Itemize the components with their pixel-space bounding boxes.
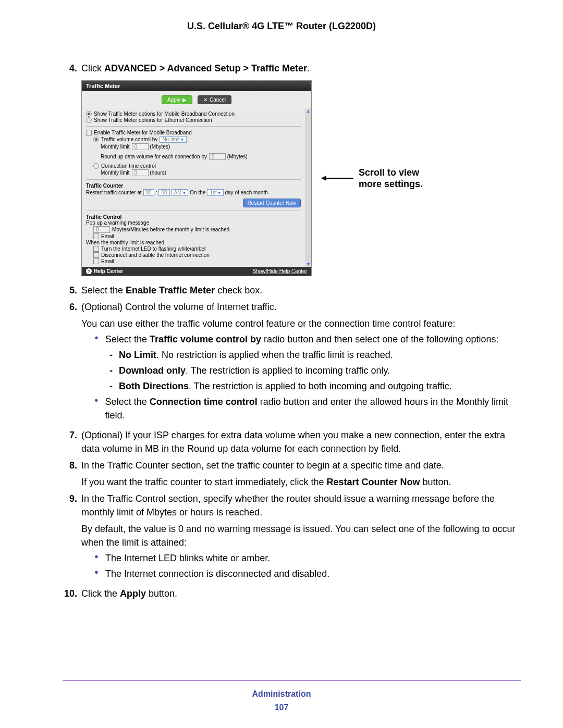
popup-warning-label: Pop up a warning message [86,220,301,226]
radio-mobile-broadband-label: Show Traffic Meter options for Mobile Br… [94,111,235,117]
footer-page-number: 107 [0,703,563,712]
dash-1: No Limit. No restriction is applied when… [119,348,393,362]
when-limit-label: When the monthly limit is reached [86,240,301,245]
monthly-limit-input[interactable]: 0 [132,143,149,150]
step-6-number: 6. [63,300,77,314]
help-center-label: Help Center [94,268,123,274]
bullet-icon: • [92,551,101,562]
step-9-number: 9. [63,492,77,505]
step-8-desc: If you want the traffic counter to start… [81,475,521,489]
scrollbar[interactable]: ▴ ▾ [305,108,311,267]
step-4-number: 4. [63,61,77,75]
radio-mobile-broadband[interactable] [86,111,92,117]
step-5-number: 5. [63,283,77,297]
roundup-input[interactable]: 0 [209,153,226,160]
onthe-label: On the [190,190,205,195]
monthly-limit-hours-input[interactable]: 0 [132,169,149,176]
restart-day-select[interactable]: 1st [207,189,223,196]
dash-icon: - [107,379,115,393]
step-6-text: (Optional) Control the volume of Interne… [81,300,521,314]
mbytes-label-2: (Mbytes) [227,154,248,159]
restart-min-input[interactable]: 00 [158,189,169,196]
restart-hour-input[interactable]: 00 [143,189,154,196]
led-flash-label: Turn the Internet LED to flashing white/… [101,246,206,252]
bullet-2: Select the Connection time control radio… [105,395,521,422]
bullet-icon: • [92,567,101,577]
show-hide-help-link[interactable]: Show/Hide Help Center [253,268,308,274]
router-screenshot: Traffic Meter Apply▶ ✕Cancel Show Traffi… [81,80,521,276]
step-10-text: Click the Apply button. [81,587,521,600]
scroll-up-icon[interactable]: ▴ [307,108,310,114]
popup-value-input[interactable]: 0 [93,226,110,233]
hours-label: (hours) [150,170,166,176]
traffic-control-header: Traffic Control [86,214,301,220]
traffic-counter-header: Traffic Counter [86,183,301,189]
radio-volume-control[interactable] [93,137,99,142]
enable-traffic-meter-label: Enable Traffic Meter for Mobile Broadban… [94,130,192,135]
restart-counter-button[interactable]: Restart Counter Now [243,199,301,207]
bullet-9a: The Internet LED blinks white or amber. [105,551,270,565]
radio-ethernet[interactable] [86,117,92,123]
play-icon: ▶ [182,97,187,103]
disconnect-checkbox[interactable] [93,252,99,258]
email-warning-label: Email [101,233,114,239]
step-6-desc: You can use either the traffic volume co… [81,317,521,330]
step-9-text: In the Traffic Control section, specify … [81,492,521,519]
step-4-text: Click ADVANCED > Advanced Setup > Traffi… [81,61,521,75]
step-10-number: 10. [63,587,77,600]
disconnect-label: Disconnect and disable the Internet conn… [101,252,210,258]
callout-text: Scroll to view more settings. [359,167,442,190]
bullet-icon: • [92,395,101,405]
close-icon: ✕ [203,97,207,103]
page-title: U.S. Cellular® 4G LTE™ Router (LG2200D) [0,21,563,32]
apply-button[interactable]: Apply▶ [162,95,192,104]
step-9-desc: By default, the value is 0 and no warnin… [81,522,521,549]
step-7-number: 7. [63,428,77,442]
radio-ethernet-label: Show Traffic Meter options for Ethernet … [94,117,212,123]
footer-rule [63,680,521,681]
restart-label: Restart traffic counter at [86,190,142,195]
bullet-9b: The Internet connection is disconnected … [105,567,329,581]
step-5-text: Select the Enable Traffic Meter check bo… [81,283,521,297]
led-flash-checkbox[interactable] [93,246,99,252]
dash-3: Both Directions. The restriction is appl… [119,379,452,393]
popup-before-label: Mbytes/Minutes before the monthly limit … [112,227,229,232]
dash-icon: - [107,364,115,377]
dayof-label: day of each month [225,190,268,195]
volume-control-select[interactable]: No limit [160,136,186,143]
email-limit-checkbox[interactable] [93,258,99,264]
radio-volume-control-label: Traffic volume control by [101,137,157,142]
roundup-label: Round up data volume for each connection… [101,154,207,159]
footer-section: Administration [0,689,563,699]
enable-traffic-meter-checkbox[interactable] [86,130,92,135]
dash-icon: - [107,348,115,362]
step-8-number: 8. [63,459,77,472]
mbytes-label: (Mbytes) [150,144,170,150]
bullet-icon: • [92,332,101,343]
email-warning-checkbox[interactable] [93,233,99,239]
restart-ampm-select[interactable]: AM [172,189,189,196]
radio-time-control[interactable] [93,163,99,169]
step-7-text: (Optional) If your ISP charges for extra… [81,428,521,455]
radio-time-control-label: Connection time control [101,163,156,169]
step-8-text: In the Traffic Counter section, set the … [81,459,521,472]
panel-title: Traffic Meter [82,81,311,91]
help-icon: ? [86,268,92,274]
dash-2: Download only. The restriction is applie… [119,364,390,377]
email-limit-label: Email [101,258,114,264]
bullet-1: Select the Traffic volume control by rad… [105,332,498,346]
monthly-limit-hours-label: Monthly limit [101,170,130,176]
monthly-limit-label: Monthly limit [101,144,130,150]
scroll-down-icon[interactable]: ▾ [307,262,310,267]
arrow-icon [322,178,353,179]
cancel-button[interactable]: ✕Cancel [198,95,231,104]
